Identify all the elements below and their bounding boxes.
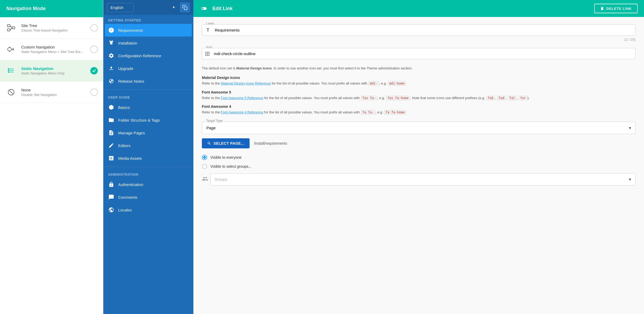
- select-page-path: /install/requirements: [254, 141, 287, 145]
- nav-item-folder-structure[interactable]: Folder Structure & Tags: [103, 114, 193, 126]
- icon-field-wrapper: [202, 48, 636, 59]
- radio-everyone-circle: [202, 155, 207, 160]
- radio-everyone-label: Visible to everyone: [210, 155, 242, 160]
- mdi-prefix-code: mdi-: [368, 81, 379, 86]
- icon-field-outer: Icon: [202, 48, 636, 59]
- nav-option-custom-navigation[interactable]: Custom Navigation Static Navigation Menu…: [0, 39, 103, 60]
- label-field-outer: Label T: [202, 24, 636, 36]
- language-select[interactable]: English French German Spanish: [107, 3, 134, 12]
- font-awesome-4-title: Font Awesome 4: [202, 104, 636, 109]
- material-design-link[interactable]: Material Design Icons Reference: [221, 81, 271, 85]
- folder-structure-label: Folder Structure & Tags: [118, 118, 160, 122]
- configuration-icon: [108, 52, 114, 59]
- nav-item-manage-pages[interactable]: Manage Pages: [103, 126, 193, 139]
- svg-rect-0: [7, 25, 10, 27]
- installation-icon: [108, 40, 114, 46]
- none-icon: [5, 86, 17, 98]
- groups-select-container: Groups ▼: [210, 173, 636, 185]
- delete-link-label: DELETE LINK: [606, 7, 632, 11]
- comments-icon: [108, 194, 114, 200]
- nav-item-authentication[interactable]: Authentication: [103, 178, 193, 191]
- custom-nav-title: Custom Navigation: [21, 45, 90, 49]
- site-tree-text: Site Tree Classic Tree-based Navigation: [21, 23, 90, 32]
- icon-input[interactable]: [213, 48, 635, 59]
- radio-everyone[interactable]: Visible to everyone: [202, 155, 636, 160]
- nav-item-locales[interactable]: Locales: [103, 204, 193, 216]
- groups-select[interactable]: Groups: [210, 173, 636, 185]
- nav-option-site-tree[interactable]: Site Tree Classic Tree-based Navigation: [0, 17, 103, 39]
- label-field-group: Label T 12 / 255: [202, 24, 636, 42]
- label-t-icon: T: [202, 28, 214, 33]
- nav-item-release-notes[interactable]: Release Notes: [103, 75, 193, 87]
- fa4-link[interactable]: Font Awesome 4 Reference: [221, 110, 263, 114]
- static-nav-title: Static Navigation: [21, 66, 90, 71]
- svg-rect-2: [12, 27, 15, 29]
- nav-item-comments[interactable]: Comments: [103, 191, 193, 204]
- authentication-label: Authentication: [118, 182, 143, 187]
- release-notes-icon: [108, 78, 114, 84]
- custom-nav-check: [90, 46, 98, 53]
- fad-code: fad: [497, 96, 506, 100]
- static-nav-icon: [5, 65, 17, 77]
- label-counter: 12 / 255: [202, 38, 636, 42]
- nav-item-upgrade[interactable]: Upgrade: [103, 62, 193, 75]
- nav-option-none[interactable]: None Disable Site Navigation: [0, 82, 103, 103]
- nav-item-basics[interactable]: Basics: [103, 101, 193, 114]
- custom-nav-subtitle: Static Navigation Menu + Site Tree But..…: [21, 50, 90, 54]
- svg-line-4: [10, 28, 12, 30]
- radio-groups[interactable]: Visible to select groups...: [202, 164, 636, 169]
- fas-prefix-code: fas fa-: [361, 96, 377, 100]
- nav-item-installation[interactable]: Installation: [103, 37, 193, 49]
- label-field-wrapper: T: [202, 24, 636, 36]
- svg-line-3: [10, 26, 12, 28]
- svg-point-14: [8, 69, 9, 69]
- lang-select-container: English French German Spanish ▼: [107, 3, 178, 12]
- right-panel: Edit Link DELETE LINK Label T 12 / 255 I…: [193, 0, 644, 314]
- nav-option-static-navigation[interactable]: Static Navigation Static Navigation Menu…: [0, 60, 103, 82]
- nav-item-configuration[interactable]: Configuration Reference: [103, 49, 193, 62]
- target-type-select[interactable]: Page External Link Home: [202, 122, 636, 134]
- right-content: Label T 12 / 255 Icon: [193, 17, 644, 193]
- groups-wrapper: Groups ▼: [210, 173, 636, 185]
- media-assets-icon: [108, 155, 114, 161]
- icon-field-group: Icon: [202, 48, 636, 59]
- static-nav-subtitle: Static Navigation Menu Only: [21, 71, 90, 75]
- divider-1: [103, 90, 193, 90]
- fa-example-code: fa fa-home: [384, 110, 406, 115]
- site-tree-title: Site Tree: [21, 23, 90, 28]
- font-awesome-4-section: Font Awesome 4 Refer to the Font Awesome…: [202, 104, 636, 115]
- none-title: None: [21, 88, 90, 92]
- page-copy-button[interactable]: [180, 3, 190, 12]
- media-assets-label: Media Assets: [118, 156, 142, 161]
- basics-icon: [108, 104, 114, 110]
- static-nav-text: Static Navigation Static Navigation Menu…: [21, 66, 90, 75]
- icon-grid-icon: [202, 51, 213, 56]
- comments-label: Comments: [118, 195, 137, 200]
- font-awesome-5-text: Refer to the Font Awesome 5 Reference fo…: [202, 95, 636, 101]
- select-page-button[interactable]: SELECT PAGE...: [202, 138, 250, 148]
- target-type-label: Target Type: [205, 119, 224, 123]
- language-select-wrapper: English French German Spanish ▼: [103, 0, 193, 15]
- font-awesome-5-section: Font Awesome 5 Refer to the Font Awesome…: [202, 90, 636, 101]
- release-notes-label: Release Notes: [118, 79, 144, 83]
- edit-link-icon: [200, 4, 208, 13]
- far-code: far: [519, 96, 528, 100]
- select-page-row: SELECT PAGE... /install/requirements: [202, 138, 636, 148]
- middle-panel: English French German Spanish ▼ Getting …: [103, 0, 193, 314]
- icon-info-text: The default icon set is Material Design …: [202, 66, 636, 71]
- none-check: [90, 89, 98, 96]
- basics-label: Basics: [118, 105, 130, 110]
- nav-item-requirements[interactable]: Requirements: [105, 24, 192, 37]
- nav-item-media-assets[interactable]: Media Assets: [103, 152, 193, 165]
- fa5-link[interactable]: Font Awesome 5 Reference: [221, 96, 263, 100]
- nav-item-editors[interactable]: Editors: [103, 139, 193, 152]
- custom-nav-icon: [5, 43, 17, 55]
- font-awesome-5-title: Font Awesome 5: [202, 90, 636, 94]
- label-input[interactable]: [214, 25, 635, 36]
- svg-rect-1: [7, 29, 10, 31]
- delete-link-button[interactable]: DELETE LINK: [594, 4, 638, 13]
- divider-2: [103, 167, 193, 167]
- section-administration: Administration: [103, 169, 193, 178]
- editors-label: Editors: [118, 143, 131, 148]
- requirements-label: Requirements: [118, 28, 143, 33]
